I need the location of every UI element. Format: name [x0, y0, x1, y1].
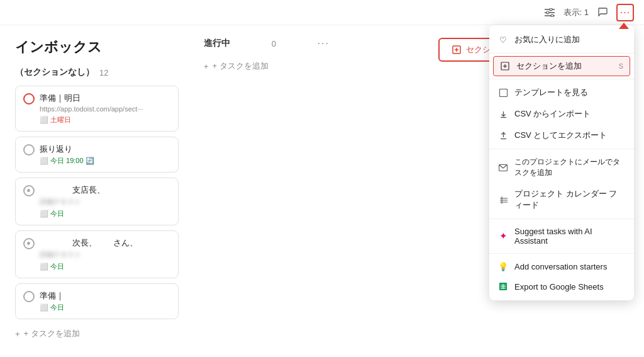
- svg-point-5: [551, 14, 553, 17]
- menu-item-ai-suggest[interactable]: ✦ Suggest tasks with AI Assistant: [489, 222, 634, 251]
- ai-icon: ✦: [498, 231, 508, 241]
- task-due-2: ⬜今日 19:00 🔄: [40, 156, 170, 166]
- task-card-2[interactable]: 振り返り ⬜今日 19:00 🔄: [15, 137, 179, 173]
- menu-label-conversation: Add conversation starters: [514, 262, 607, 271]
- task-title-3: 支店長、: [40, 184, 170, 196]
- menu-item-import-csv[interactable]: CSV からインポート: [489, 103, 634, 125]
- task-url-1: https://app.todoist.com/app/sect···: [40, 105, 165, 113]
- due-icon-5: ⬜: [40, 303, 48, 312]
- task-content-1: 準備｜明日 https://app.todoist.com/app/sect··…: [40, 93, 170, 125]
- svg-point-4: [547, 11, 549, 14]
- task-content-5: 準備｜ ⬜今日: [40, 290, 170, 312]
- task-card-5[interactable]: 準備｜ ⬜今日: [15, 283, 179, 319]
- menu-divider-1: [489, 53, 634, 54]
- page-title: インボックス: [15, 38, 179, 57]
- dropdown-menu: ♡ お気に入りに追加 セクションを追加 S テンプレート: [489, 25, 634, 300]
- task-due-5: ⬜今日: [40, 303, 170, 312]
- menu-label-calendar-feed: プロジェクト カレンダー フィード: [514, 188, 625, 211]
- middle-panel: 進行中 0 ··· + + タスクを追加: [204, 38, 330, 344]
- task-title-4: 次長、 さん、: [40, 237, 170, 249]
- task-title-1: 準備｜明日: [40, 93, 170, 104]
- left-panel: インボックス （セクションなし） 12 準備｜明日 https://app.to…: [15, 38, 179, 344]
- import-icon: [498, 109, 508, 119]
- task-blurred-5: [64, 290, 97, 302]
- task-title-5: 準備｜: [40, 290, 170, 302]
- add-task-label-mid: + タスクを追加: [213, 60, 269, 72]
- due-icon-1: ⬜: [40, 116, 48, 124]
- task-title-2: 振り返り: [40, 144, 170, 155]
- task-blurred-3a: [40, 184, 72, 196]
- more-icon-dots: ···: [620, 7, 630, 18]
- calendar-icon: [498, 195, 508, 205]
- conversation-icon: 💡: [498, 261, 508, 271]
- no-section-header: （セクションなし） 12: [15, 67, 179, 78]
- add-task-mid[interactable]: + + タスクを追加: [204, 57, 330, 76]
- task-checkbox-2[interactable]: [23, 144, 35, 156]
- export-icon: [498, 130, 508, 140]
- menu-item-calendar-feed[interactable]: プロジェクト カレンダー フィード: [489, 183, 634, 216]
- menu-shortcut-s: S: [619, 62, 623, 70]
- menu-item-google-sheets[interactable]: Export to Google Sheets: [489, 276, 634, 297]
- task-card-1[interactable]: 準備｜明日 https://app.todoist.com/app/sect··…: [15, 86, 179, 132]
- comments-icon[interactable]: [594, 4, 611, 21]
- task-detail-3: 詳細テキスト: [40, 197, 170, 207]
- no-section-count: 12: [99, 68, 108, 77]
- more-options-icon[interactable]: ···: [616, 4, 634, 21]
- menu-item-conversation[interactable]: 💡 Add conversation starters: [489, 256, 634, 276]
- svg-rect-9: [499, 89, 507, 96]
- task-content-4: 次長、 さん、 詳細テキスト ⬜今日: [40, 237, 170, 271]
- add-task-plus: +: [15, 329, 20, 339]
- due-icon-4: ⬜: [40, 263, 48, 271]
- menu-divider-4: [489, 218, 634, 219]
- menu-label-favorite: お気に入りに追加: [514, 34, 580, 45]
- app-container: 表示: 1 ··· ♡ お気に入りに追加: [0, 0, 644, 357]
- menu-label-ai-suggest: Suggest tasks with AI Assistant: [514, 227, 625, 246]
- task-blurred-4b: [97, 237, 113, 249]
- email-icon: [498, 162, 508, 173]
- menu-item-favorite[interactable]: ♡ お気に入りに追加: [489, 29, 634, 50]
- add-section-btn-icon: [452, 45, 461, 54]
- task-checkbox-5[interactable]: [23, 291, 35, 302]
- add-task-button-left[interactable]: + + タスクを追加: [15, 324, 179, 343]
- in-progress-more[interactable]: ···: [318, 38, 330, 49]
- arrow-indicator: [619, 23, 629, 29]
- menu-item-email-task[interactable]: このプロジェクトにメールでタスクを追加: [489, 152, 634, 183]
- svg-point-3: [550, 8, 552, 11]
- menu-label-add-section: セクションを追加: [516, 60, 582, 72]
- menu-label-google-sheets: Export to Google Sheets: [514, 282, 604, 292]
- add-plus-mid: +: [204, 62, 209, 71]
- menu-label-template: テンプレートを見る: [514, 87, 588, 98]
- due-icon-3: ⬜: [40, 210, 48, 218]
- add-task-label: + タスクを追加: [24, 328, 80, 339]
- task-content-2: 振り返り ⬜今日 19:00 🔄: [40, 144, 170, 166]
- task-due-4: ⬜今日: [40, 262, 170, 271]
- task-card-3[interactable]: 支店長、 詳細テキスト ⬜今日: [15, 178, 179, 225]
- in-progress-count: 0: [272, 39, 276, 48]
- google-sheets-icon: [498, 281, 508, 292]
- task-blurred-4a: [40, 237, 72, 249]
- menu-item-template[interactable]: テンプレートを見る: [489, 82, 634, 103]
- task-checkbox-4[interactable]: [23, 238, 35, 249]
- due-icon-2: ⬜: [40, 157, 48, 165]
- task-card-4[interactable]: 次長、 さん、 詳細テキスト ⬜今日: [15, 230, 179, 278]
- display-count: 表示: 1: [564, 7, 589, 18]
- task-checkbox-3[interactable]: [23, 185, 35, 196]
- in-progress-name: 進行中: [204, 38, 230, 49]
- menu-label-import-csv: CSV からインポート: [514, 108, 591, 120]
- menu-divider-2: [489, 79, 634, 79]
- template-icon: [498, 88, 508, 98]
- task-due-3: ⬜今日: [40, 209, 170, 218]
- menu-item-export-csv[interactable]: CSV としてエクスポート: [489, 125, 634, 146]
- display-filter-icon[interactable]: [541, 4, 558, 21]
- top-bar-icons: 表示: 1 ···: [541, 4, 634, 21]
- task-checkbox-1[interactable]: [23, 93, 35, 105]
- in-progress-header: 進行中 0 ···: [204, 38, 330, 49]
- heart-icon: ♡: [498, 35, 508, 45]
- menu-divider-5: [489, 253, 634, 254]
- task-due-1: ⬜土曜日: [40, 115, 170, 125]
- menu-label-export-csv: CSV としてエクスポート: [514, 130, 607, 141]
- top-bar: 表示: 1 ···: [0, 0, 644, 25]
- menu-label-email-task: このプロジェクトにメールでタスクを追加: [514, 157, 625, 178]
- menu-item-add-section[interactable]: セクションを追加 S: [493, 56, 630, 76]
- task-detail-4: 詳細テキスト: [40, 250, 170, 259]
